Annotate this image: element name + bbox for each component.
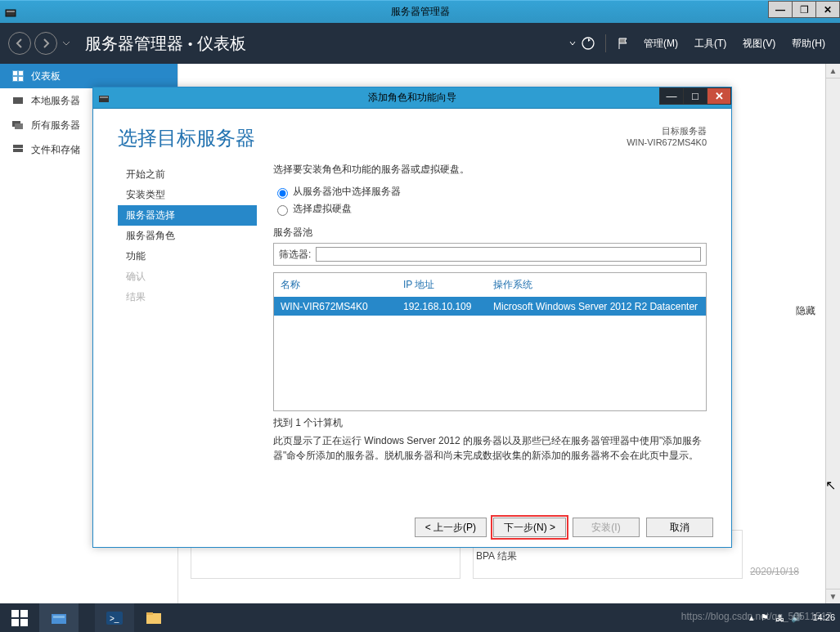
svg-rect-12 (13, 149, 23, 152)
radio-pool[interactable] (277, 188, 288, 199)
menu-manage[interactable]: 管理(M) (644, 37, 678, 51)
wizard-icon (93, 92, 115, 104)
svg-rect-18 (20, 619, 28, 626)
taskbar-server-manager[interactable] (39, 603, 79, 632)
cancel-button[interactable]: 取消 (646, 518, 713, 537)
svg-rect-7 (19, 77, 23, 81)
dashboard-icon (11, 69, 25, 83)
step-select[interactable]: 服务器选择 (118, 205, 257, 226)
hide-button[interactable]: 隐藏 (796, 304, 815, 318)
scroll-down-button[interactable]: ▼ (826, 589, 840, 603)
outer-title: 服务器管理器 (391, 5, 450, 19)
outer-close-button[interactable]: ✕ (815, 1, 840, 18)
wizard-heading: 选择目标服务器 (118, 125, 627, 151)
svg-rect-10 (15, 123, 23, 129)
svg-rect-20 (53, 616, 65, 618)
sidebar-label-1: 本地服务器 (31, 94, 80, 108)
wizard-minimize-button[interactable]: — (659, 87, 684, 105)
filter-input[interactable] (316, 247, 701, 262)
breadcrumb-root[interactable]: 服务器管理器 (85, 33, 183, 55)
step-roles[interactable]: 服务器角色 (118, 226, 257, 246)
start-button[interactable] (0, 603, 39, 632)
outer-minimize-button[interactable]: — (768, 1, 793, 18)
svg-rect-8 (13, 97, 23, 104)
svg-text:>_: >_ (110, 614, 119, 623)
install-button: 安装(I) (573, 518, 640, 537)
step-before[interactable]: 开始之前 (118, 164, 257, 185)
taskbar-explorer[interactable] (134, 603, 173, 632)
nav-dropdown-icon[interactable] (62, 39, 70, 47)
wizard-maximize-button[interactable]: □ (683, 87, 707, 105)
svg-rect-24 (146, 612, 153, 615)
breadcrumb-current[interactable]: 仪表板 (197, 33, 246, 55)
flag-icon[interactable] (614, 34, 632, 52)
watermark: https://blog.csdn.net/qq_50511517 (681, 611, 832, 622)
radio-vhd-label: 选择虚拟硬盘 (293, 202, 352, 216)
refresh-icon[interactable] (579, 34, 597, 52)
next-button[interactable]: 下一步(N) > (493, 518, 566, 537)
chevron-down-icon[interactable] (569, 40, 576, 47)
filter-label: 筛选器: (279, 248, 311, 262)
local-server-icon (11, 94, 25, 107)
cursor-icon: ↖ (825, 477, 836, 493)
svg-rect-14 (100, 96, 108, 98)
pool-label: 服务器池 (273, 226, 707, 240)
found-count: 找到 1 个计算机 (273, 416, 707, 430)
server-row[interactable]: WIN-VIR672MS4K0 192.168.10.109 Microsoft… (274, 298, 706, 316)
scrollbar[interactable]: ▲ ▼ (825, 64, 840, 603)
svg-rect-5 (19, 71, 23, 75)
col-ip[interactable]: IP 地址 (403, 278, 493, 292)
svg-rect-15 (11, 610, 19, 617)
wizard-target: 目标服务器 WIN-VIR672MS4K0 (627, 125, 707, 147)
menu-tools[interactable]: 工具(T) (694, 37, 726, 51)
nav-back-button[interactable] (8, 32, 31, 55)
row-os: Microsoft Windows Server 2012 R2 Datacen… (493, 301, 699, 312)
prev-button[interactable]: < 上一步(P) (415, 518, 487, 537)
svg-rect-19 (52, 614, 66, 624)
wizard-close-button[interactable]: ✕ (707, 87, 731, 105)
svg-rect-6 (13, 77, 17, 81)
app-header: 服务器管理器 • 仪表板 管理(M) 工具(T) 视图(V) 帮助(H) (0, 23, 840, 64)
sidebar-item-dashboard[interactable]: 仪表板 (0, 64, 177, 88)
row-name: WIN-VIR672MS4K0 (281, 301, 403, 312)
radio-pool-row[interactable]: 从服务器池中选择服务器 (273, 185, 707, 199)
server-list: 名称 IP 地址 操作系统 WIN-VIR672MS4K0 192.168.10… (273, 272, 707, 411)
wizard-footer: < 上一步(P) 下一步(N) > 安装(I) 取消 (415, 518, 713, 537)
menu-view[interactable]: 视图(V) (743, 37, 775, 51)
filter-row: 筛选器: (273, 243, 707, 266)
svg-rect-16 (20, 610, 28, 617)
date-stamp: 2020/10/18 (750, 566, 799, 577)
svg-rect-1 (7, 11, 15, 12)
scroll-up-button[interactable]: ▲ (826, 64, 840, 78)
col-os[interactable]: 操作系统 (493, 278, 699, 292)
step-features[interactable]: 功能 (118, 246, 257, 267)
step-confirm: 确认 (118, 267, 257, 287)
col-name[interactable]: 名称 (281, 278, 403, 292)
svg-rect-4 (13, 71, 17, 75)
wizard-dialog: 添加角色和功能向导 — □ ✕ 选择目标服务器 目标服务器 WIN-VIR672… (92, 87, 732, 548)
step-type[interactable]: 安装类型 (118, 185, 257, 205)
page-description: 此页显示了正在运行 Windows Server 2012 的服务器以及那些已经… (273, 433, 707, 463)
svg-rect-11 (13, 145, 23, 148)
radio-vhd[interactable] (277, 205, 288, 216)
server-manager-icon (0, 7, 21, 18)
wizard-nav: 开始之前 安装类型 服务器选择 服务器角色 功能 确认 结果 (118, 159, 257, 478)
taskbar-powershell[interactable]: >_ (95, 603, 134, 632)
sidebar-label-0: 仪表板 (31, 69, 61, 83)
sidebar-label-2: 所有服务器 (31, 119, 80, 132)
menu-help[interactable]: 帮助(H) (792, 37, 825, 51)
server-list-header: 名称 IP 地址 操作系统 (274, 273, 706, 298)
bpa-label: BPA 结果 (476, 549, 517, 563)
nav-forward-button[interactable] (34, 32, 57, 55)
taskbar: >_ ▴ ⚑ 🖧 🔊 14:26 https://blog.csdn.net/q… (0, 603, 840, 632)
outer-maximize-button[interactable]: ❐ (792, 1, 816, 18)
wizard-titlebar[interactable]: 添加角色和功能向导 — □ ✕ (93, 87, 731, 109)
storage-icon (11, 143, 25, 156)
all-servers-icon (11, 119, 25, 132)
wizard-content: 选择要安装角色和功能的服务器或虚拟硬盘。 从服务器池中选择服务器 选择虚拟硬盘 … (257, 159, 707, 478)
sidebar-label-3: 文件和存储 (31, 143, 80, 157)
instruction: 选择要安装角色和功能的服务器或虚拟硬盘。 (273, 163, 707, 177)
radio-vhd-row[interactable]: 选择虚拟硬盘 (273, 202, 707, 216)
outer-titlebar: 服务器管理器 — ❐ ✕ (0, 0, 840, 23)
target-label: 目标服务器 (627, 125, 707, 137)
